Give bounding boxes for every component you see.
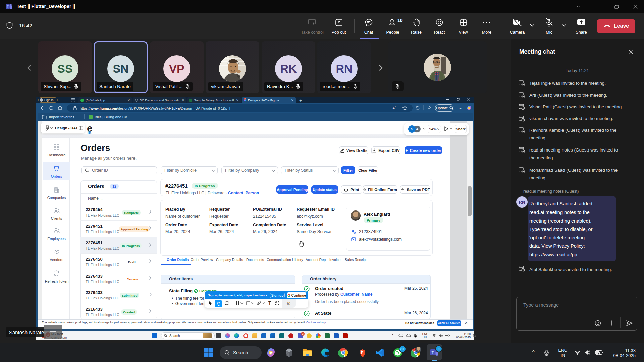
svg-text:T: T	[7, 5, 9, 8]
svg-text:T: T	[432, 350, 434, 355]
